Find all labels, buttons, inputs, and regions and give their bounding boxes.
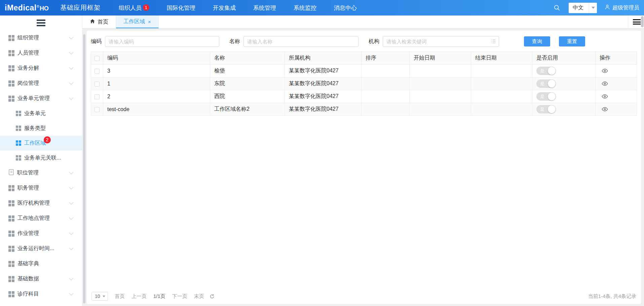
chevron-down-icon (69, 276, 73, 280)
prev-page-button[interactable]: 上一页 (131, 293, 147, 300)
tabbar-right (628, 15, 641, 28)
sidebar-item-label: 基础数据 (17, 275, 39, 282)
close-icon[interactable]: × (148, 19, 151, 25)
sidebar-item[interactable]: 职位管理 (0, 165, 82, 180)
sidebar-subitem[interactable]: 服务类型 (0, 121, 82, 136)
toggle-knob (548, 67, 556, 75)
row-checkbox[interactable] (94, 107, 100, 112)
chevron-down-icon (69, 80, 73, 85)
search-icon[interactable] (551, 4, 563, 11)
reset-button[interactable]: 重置 (559, 36, 585, 46)
tab-label: 工作区域 (123, 18, 145, 25)
content-area: 编码 名称 机构 (82, 29, 644, 306)
menu-item-label: 系统监控 (294, 4, 316, 12)
tab-work-area[interactable]: 工作区域 × (116, 15, 159, 28)
tab-home[interactable]: 首页 (82, 15, 116, 28)
chevron-down-icon (69, 170, 73, 174)
notification-badge: 1 (143, 4, 149, 11)
sidebar-item[interactable]: 作业管理 (0, 226, 82, 241)
enable-toggle[interactable]: 是 (536, 67, 556, 75)
chevron-down-icon (69, 246, 73, 250)
top-menu-item[interactable]: 开发集成 (204, 0, 244, 15)
view-eye-icon[interactable] (602, 93, 608, 100)
document-icon (8, 169, 14, 177)
row-checkbox[interactable] (94, 94, 100, 99)
last-page-button[interactable]: 末页 (194, 293, 204, 300)
empty-space (87, 116, 641, 288)
start-date-cell (410, 103, 471, 116)
action-cell (596, 103, 637, 116)
org-cell: 某某数字化医院0427 (285, 77, 362, 90)
select-all-checkbox[interactable] (94, 56, 100, 61)
name-input[interactable] (243, 36, 358, 47)
sidebar-item[interactable]: 岗位管理 (0, 76, 82, 91)
view-eye-icon[interactable] (602, 80, 608, 87)
code-cell: test-code (103, 103, 210, 116)
sidebar-item[interactable]: 基础数据 (0, 271, 82, 286)
sidebar-item[interactable]: 诊疗科目 (0, 286, 82, 302)
top-menu-item[interactable]: 组织人员1 (110, 0, 158, 15)
toggle-label: 是 (540, 94, 544, 100)
next-page-button[interactable]: 下一页 (172, 293, 187, 300)
org-input[interactable] (383, 36, 499, 47)
sidebar-item[interactable]: 组织管理 (0, 30, 82, 45)
page-scrollbar[interactable] (641, 16, 644, 27)
view-eye-icon[interactable] (602, 106, 608, 112)
query-button[interactable]: 查询 (524, 36, 550, 46)
first-page-button[interactable]: 首页 (115, 293, 125, 300)
row-select-cell (91, 77, 103, 90)
sidebar-item[interactable]: 业务单元管理 (0, 91, 82, 106)
sidebar-item-label: 工作地点管理 (17, 215, 50, 222)
org-cell: 某某数字化医院0427 (285, 90, 362, 103)
list-picker-icon[interactable] (491, 39, 496, 45)
tab-bar: 首页 工作区域 × (82, 15, 644, 29)
column-header: 名称 (210, 52, 285, 65)
refresh-icon[interactable] (210, 294, 215, 299)
table-wrap: 编码名称所属机构排序开始日期结束日期是否启用操作 3榆垡某某数字化医院0427是… (87, 52, 641, 116)
row-select-cell (91, 103, 103, 116)
sidebar-item[interactable]: 基础字典 (0, 256, 82, 271)
enable-toggle[interactable]: 是 (536, 92, 556, 101)
top-menu-item[interactable]: 系统监控 (285, 0, 325, 15)
sidebar-collapse-icon[interactable] (37, 18, 45, 28)
sidebar-item[interactable]: 业务运行时间... (0, 241, 82, 256)
chevron-down-icon (69, 35, 73, 39)
top-menu: 组织人员1国际化管理开发集成系统管理系统监控消息中心 (110, 0, 366, 15)
sidebar-scrollbar[interactable] (83, 34, 85, 303)
toggle-knob (548, 105, 556, 113)
record-summary: 当前1-4条, 共4条记录 (588, 293, 636, 300)
enabled-cell: 是 (532, 65, 596, 77)
tab-list-menu-icon[interactable] (633, 18, 641, 26)
grid-icon (8, 246, 14, 252)
grid-icon (8, 80, 14, 87)
enable-toggle[interactable]: 是 (536, 79, 556, 88)
sidebar-subitem[interactable]: 工作区域2 (0, 136, 82, 150)
user-menu[interactable]: 超级管理员 (604, 4, 639, 11)
language-select[interactable]: 中文 (569, 3, 597, 13)
sidebar-item-label: 业务运行时间... (17, 245, 54, 252)
grid-icon (8, 276, 14, 282)
sidebar-subitem[interactable]: 业务单元 (0, 106, 82, 121)
enable-toggle[interactable]: 是 (536, 105, 556, 113)
top-menu-item[interactable]: 系统管理 (244, 0, 285, 15)
toggle-label: 是 (540, 68, 544, 74)
sidebar-item-label: 诊疗科目 (17, 291, 39, 298)
row-checkbox[interactable] (94, 69, 100, 74)
sidebar-header (0, 15, 82, 30)
enabled-cell: 是 (532, 103, 596, 116)
sidebar-item[interactable]: 业务分解 (0, 61, 82, 76)
top-menu-item[interactable]: 消息中心 (325, 0, 366, 15)
sidebar-item[interactable]: 职务管理 (0, 180, 82, 196)
view-eye-icon[interactable] (602, 68, 608, 74)
sidebar-item-label: 医疗机构管理 (17, 200, 50, 207)
sidebar-item[interactable]: 医疗机构管理 (0, 196, 82, 211)
top-menu-item[interactable]: 国际化管理 (158, 0, 204, 15)
code-input[interactable] (105, 36, 219, 47)
sidebar-item[interactable]: 人员管理 (0, 45, 82, 61)
row-checkbox[interactable] (94, 81, 100, 87)
registered-mark-icon: ® (37, 4, 39, 8)
sidebar-item[interactable]: 工作地点管理 (0, 211, 82, 226)
page-size-select[interactable]: 10 (91, 292, 108, 301)
grid-icon (8, 35, 14, 41)
sidebar-subitem[interactable]: 业务单元关联... (0, 150, 82, 165)
